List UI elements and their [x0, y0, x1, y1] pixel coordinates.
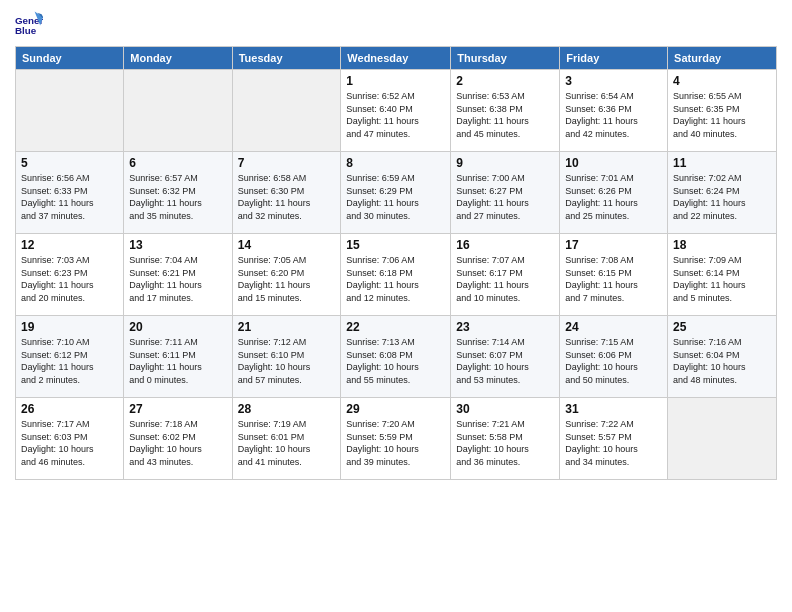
day-info: Sunrise: 7:12 AMSunset: 6:10 PMDaylight:…	[238, 336, 336, 386]
calendar-cell: 17Sunrise: 7:08 AMSunset: 6:15 PMDayligh…	[560, 234, 668, 316]
day-info: Sunrise: 7:19 AMSunset: 6:01 PMDaylight:…	[238, 418, 336, 468]
calendar-cell	[16, 70, 124, 152]
day-info: Sunrise: 7:18 AMSunset: 6:02 PMDaylight:…	[129, 418, 226, 468]
calendar-cell: 31Sunrise: 7:22 AMSunset: 5:57 PMDayligh…	[560, 398, 668, 480]
day-info: Sunrise: 7:22 AMSunset: 5:57 PMDaylight:…	[565, 418, 662, 468]
day-number: 29	[346, 402, 445, 416]
day-info: Sunrise: 7:10 AMSunset: 6:12 PMDaylight:…	[21, 336, 118, 386]
calendar-cell	[124, 70, 232, 152]
day-number: 30	[456, 402, 554, 416]
day-number: 10	[565, 156, 662, 170]
calendar-cell: 7Sunrise: 6:58 AMSunset: 6:30 PMDaylight…	[232, 152, 341, 234]
calendar-cell: 25Sunrise: 7:16 AMSunset: 6:04 PMDayligh…	[668, 316, 777, 398]
day-number: 18	[673, 238, 771, 252]
weekday-header-saturday: Saturday	[668, 47, 777, 70]
day-number: 8	[346, 156, 445, 170]
day-number: 26	[21, 402, 118, 416]
calendar-cell: 18Sunrise: 7:09 AMSunset: 6:14 PMDayligh…	[668, 234, 777, 316]
day-info: Sunrise: 6:52 AMSunset: 6:40 PMDaylight:…	[346, 90, 445, 140]
day-info: Sunrise: 6:55 AMSunset: 6:35 PMDaylight:…	[673, 90, 771, 140]
day-info: Sunrise: 6:57 AMSunset: 6:32 PMDaylight:…	[129, 172, 226, 222]
day-info: Sunrise: 6:56 AMSunset: 6:33 PMDaylight:…	[21, 172, 118, 222]
day-info: Sunrise: 7:14 AMSunset: 6:07 PMDaylight:…	[456, 336, 554, 386]
day-info: Sunrise: 7:20 AMSunset: 5:59 PMDaylight:…	[346, 418, 445, 468]
day-number: 12	[21, 238, 118, 252]
calendar-cell: 11Sunrise: 7:02 AMSunset: 6:24 PMDayligh…	[668, 152, 777, 234]
day-info: Sunrise: 7:16 AMSunset: 6:04 PMDaylight:…	[673, 336, 771, 386]
weekday-header-friday: Friday	[560, 47, 668, 70]
logo: General Blue	[15, 10, 47, 38]
calendar-cell: 10Sunrise: 7:01 AMSunset: 6:26 PMDayligh…	[560, 152, 668, 234]
calendar-cell: 30Sunrise: 7:21 AMSunset: 5:58 PMDayligh…	[451, 398, 560, 480]
day-info: Sunrise: 6:54 AMSunset: 6:36 PMDaylight:…	[565, 90, 662, 140]
day-number: 15	[346, 238, 445, 252]
calendar-cell: 2Sunrise: 6:53 AMSunset: 6:38 PMDaylight…	[451, 70, 560, 152]
day-number: 7	[238, 156, 336, 170]
day-info: Sunrise: 7:15 AMSunset: 6:06 PMDaylight:…	[565, 336, 662, 386]
day-number: 27	[129, 402, 226, 416]
weekday-header-sunday: Sunday	[16, 47, 124, 70]
day-number: 20	[129, 320, 226, 334]
calendar-cell: 12Sunrise: 7:03 AMSunset: 6:23 PMDayligh…	[16, 234, 124, 316]
day-number: 13	[129, 238, 226, 252]
day-info: Sunrise: 7:13 AMSunset: 6:08 PMDaylight:…	[346, 336, 445, 386]
day-info: Sunrise: 7:03 AMSunset: 6:23 PMDaylight:…	[21, 254, 118, 304]
day-number: 5	[21, 156, 118, 170]
day-number: 24	[565, 320, 662, 334]
day-info: Sunrise: 7:00 AMSunset: 6:27 PMDaylight:…	[456, 172, 554, 222]
day-number: 14	[238, 238, 336, 252]
day-info: Sunrise: 7:07 AMSunset: 6:17 PMDaylight:…	[456, 254, 554, 304]
day-number: 16	[456, 238, 554, 252]
calendar-cell: 20Sunrise: 7:11 AMSunset: 6:11 PMDayligh…	[124, 316, 232, 398]
calendar-cell	[232, 70, 341, 152]
calendar-cell: 21Sunrise: 7:12 AMSunset: 6:10 PMDayligh…	[232, 316, 341, 398]
calendar-cell: 13Sunrise: 7:04 AMSunset: 6:21 PMDayligh…	[124, 234, 232, 316]
day-number: 23	[456, 320, 554, 334]
day-number: 31	[565, 402, 662, 416]
day-number: 6	[129, 156, 226, 170]
calendar-cell: 16Sunrise: 7:07 AMSunset: 6:17 PMDayligh…	[451, 234, 560, 316]
day-number: 3	[565, 74, 662, 88]
calendar-cell: 27Sunrise: 7:18 AMSunset: 6:02 PMDayligh…	[124, 398, 232, 480]
calendar-cell: 24Sunrise: 7:15 AMSunset: 6:06 PMDayligh…	[560, 316, 668, 398]
day-number: 4	[673, 74, 771, 88]
day-info: Sunrise: 7:17 AMSunset: 6:03 PMDaylight:…	[21, 418, 118, 468]
day-info: Sunrise: 7:04 AMSunset: 6:21 PMDaylight:…	[129, 254, 226, 304]
weekday-header-monday: Monday	[124, 47, 232, 70]
calendar-cell: 22Sunrise: 7:13 AMSunset: 6:08 PMDayligh…	[341, 316, 451, 398]
day-info: Sunrise: 7:06 AMSunset: 6:18 PMDaylight:…	[346, 254, 445, 304]
day-info: Sunrise: 7:01 AMSunset: 6:26 PMDaylight:…	[565, 172, 662, 222]
svg-text:Blue: Blue	[15, 25, 37, 36]
day-number: 19	[21, 320, 118, 334]
day-number: 2	[456, 74, 554, 88]
day-number: 1	[346, 74, 445, 88]
calendar-cell: 28Sunrise: 7:19 AMSunset: 6:01 PMDayligh…	[232, 398, 341, 480]
logo-icon: General Blue	[15, 10, 43, 38]
calendar: SundayMondayTuesdayWednesdayThursdayFrid…	[15, 46, 777, 480]
day-number: 28	[238, 402, 336, 416]
day-number: 21	[238, 320, 336, 334]
calendar-cell: 23Sunrise: 7:14 AMSunset: 6:07 PMDayligh…	[451, 316, 560, 398]
day-number: 22	[346, 320, 445, 334]
calendar-cell: 8Sunrise: 6:59 AMSunset: 6:29 PMDaylight…	[341, 152, 451, 234]
day-info: Sunrise: 7:21 AMSunset: 5:58 PMDaylight:…	[456, 418, 554, 468]
calendar-cell: 1Sunrise: 6:52 AMSunset: 6:40 PMDaylight…	[341, 70, 451, 152]
day-number: 11	[673, 156, 771, 170]
day-info: Sunrise: 7:02 AMSunset: 6:24 PMDaylight:…	[673, 172, 771, 222]
day-info: Sunrise: 6:59 AMSunset: 6:29 PMDaylight:…	[346, 172, 445, 222]
day-info: Sunrise: 7:08 AMSunset: 6:15 PMDaylight:…	[565, 254, 662, 304]
calendar-cell: 29Sunrise: 7:20 AMSunset: 5:59 PMDayligh…	[341, 398, 451, 480]
calendar-cell: 5Sunrise: 6:56 AMSunset: 6:33 PMDaylight…	[16, 152, 124, 234]
day-number: 25	[673, 320, 771, 334]
calendar-cell: 6Sunrise: 6:57 AMSunset: 6:32 PMDaylight…	[124, 152, 232, 234]
day-number: 17	[565, 238, 662, 252]
calendar-cell: 3Sunrise: 6:54 AMSunset: 6:36 PMDaylight…	[560, 70, 668, 152]
calendar-cell: 9Sunrise: 7:00 AMSunset: 6:27 PMDaylight…	[451, 152, 560, 234]
day-info: Sunrise: 7:11 AMSunset: 6:11 PMDaylight:…	[129, 336, 226, 386]
day-number: 9	[456, 156, 554, 170]
calendar-cell	[668, 398, 777, 480]
weekday-header-thursday: Thursday	[451, 47, 560, 70]
calendar-cell: 19Sunrise: 7:10 AMSunset: 6:12 PMDayligh…	[16, 316, 124, 398]
weekday-header-wednesday: Wednesday	[341, 47, 451, 70]
day-info: Sunrise: 7:09 AMSunset: 6:14 PMDaylight:…	[673, 254, 771, 304]
